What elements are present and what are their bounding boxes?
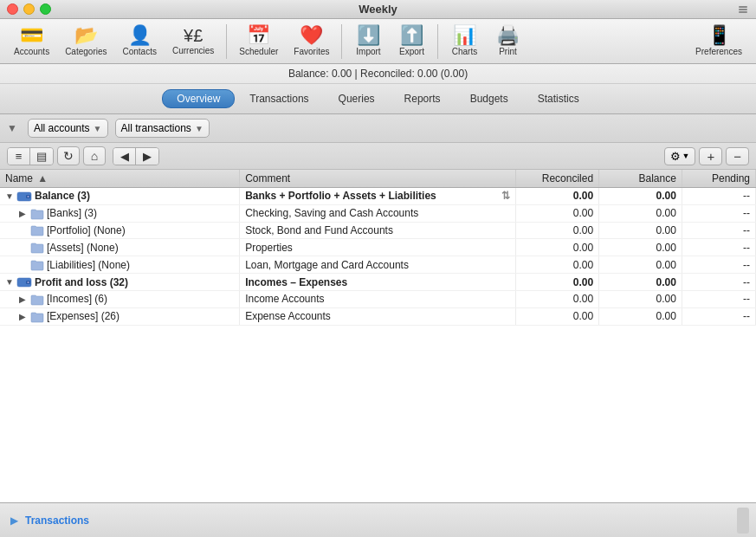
pending-cell: -- xyxy=(682,307,755,325)
accounts-table-area[interactable]: Name ▲ Comment Reconciled Balance Pendin… xyxy=(0,170,756,502)
maximize-button[interactable] xyxy=(40,3,51,15)
tab-overview[interactable]: Overview xyxy=(162,89,235,108)
expand-arrow-icon[interactable]: ▶ xyxy=(19,312,28,321)
refresh-button[interactable]: ↻ xyxy=(57,146,80,165)
tab-queries[interactable]: Queries xyxy=(324,89,390,108)
expand-arrow-icon[interactable]: ▶ xyxy=(19,294,28,304)
table-row[interactable]: ▶[Banks] (3)Checking, Saving and Cash Ac… xyxy=(0,204,756,222)
filter-triangle-icon[interactable]: ▼ xyxy=(7,122,17,134)
row-icon xyxy=(16,190,32,203)
row-name-label: [Portfolio] (None) xyxy=(47,224,126,236)
accounts-filter-dropdown[interactable]: All accounts ▼ xyxy=(28,119,108,138)
pending-cell: -- xyxy=(682,256,755,274)
row-name-label: [Expenses] (26) xyxy=(47,310,120,322)
currencies-button[interactable]: ¥£ Currencies xyxy=(165,23,221,59)
gear-icon: ⚙ xyxy=(670,150,681,163)
expand-arrow-icon[interactable]: ▶ xyxy=(19,209,28,218)
scrollbar[interactable] xyxy=(737,508,749,534)
resize-icon[interactable] xyxy=(737,3,749,16)
comment-sort-icon[interactable]: ⇅ xyxy=(501,190,510,202)
reconciled-column-header[interactable]: Reconciled xyxy=(516,170,599,188)
name-cell[interactable]: ▼Balance (3) xyxy=(0,188,240,205)
remove-button[interactable]: − xyxy=(726,147,749,165)
comment-column-header[interactable]: Comment xyxy=(240,170,516,188)
row-icon xyxy=(30,293,44,306)
comment-cell: Banks + Portfolio + Assets + Liabilities… xyxy=(240,188,516,205)
name-cell[interactable]: ▶[Expenses] (26) xyxy=(0,307,240,325)
categories-label: Categories xyxy=(65,47,107,56)
expand-arrow-icon[interactable]: ▼ xyxy=(5,277,14,287)
comment-header-label: Comment xyxy=(245,172,290,184)
tab-budgets[interactable]: Budgets xyxy=(456,89,523,108)
name-header-label: Name xyxy=(5,172,33,184)
print-button[interactable]: 🖨️ Print xyxy=(487,23,528,60)
favorites-icon: ❤️ xyxy=(300,26,323,45)
import-button[interactable]: ⬇️ Import xyxy=(347,23,389,60)
preferences-icon: 📱 xyxy=(708,26,731,45)
pending-cell: -- xyxy=(682,274,755,291)
minimize-button[interactable] xyxy=(23,3,35,15)
table-row[interactable]: ▼Balance (3)Banks + Portfolio + Assets +… xyxy=(0,188,756,205)
row-name-label: Profit and loss (32) xyxy=(35,276,128,288)
balance-cell: 0.00 xyxy=(599,274,682,291)
table-row[interactable]: ▶[Incomes] (6)Income Accounts0.000.00-- xyxy=(0,290,756,307)
name-cell[interactable]: [Assets] (None) xyxy=(0,239,240,256)
row-icon xyxy=(30,241,44,254)
home-button[interactable]: ⌂ xyxy=(83,146,106,165)
table-row[interactable]: ▶[Expenses] (26)Expense Accounts0.000.00… xyxy=(0,307,756,325)
expand-transactions-icon[interactable]: ▶ xyxy=(10,514,18,527)
comment-cell: Loan, Mortgage and Card Accounts xyxy=(240,256,516,274)
window-title: Weekly xyxy=(359,3,397,16)
reconciled-cell: 0.00 xyxy=(516,274,599,291)
transactions-filter-dropdown[interactable]: All transactions ▼ xyxy=(115,119,210,138)
charts-button[interactable]: 📊 Charts xyxy=(443,23,485,60)
export-button[interactable]: ⬆️ Export xyxy=(391,23,432,60)
name-column-header[interactable]: Name ▲ xyxy=(0,170,240,188)
scheduler-button[interactable]: 📅 Scheduler xyxy=(232,23,285,60)
name-cell[interactable]: ▼Profit and loss (32) xyxy=(0,274,240,291)
scheduler-icon: 📅 xyxy=(247,26,270,45)
tab-statistics[interactable]: Statistics xyxy=(523,89,594,108)
name-cell[interactable]: [Portfolio] (None) xyxy=(0,222,240,239)
accounts-table: Name ▲ Comment Reconciled Balance Pendin… xyxy=(0,170,756,326)
comment-cell: Checking, Saving and Cash Accounts xyxy=(240,204,516,222)
comment-cell: Properties xyxy=(240,239,516,256)
contacts-button[interactable]: 👤 Contacts xyxy=(116,23,164,60)
close-button[interactable] xyxy=(7,3,18,15)
preferences-button[interactable]: 📱 Preferences xyxy=(688,23,749,60)
export-icon: ⬆️ xyxy=(400,26,423,45)
charts-icon: 📊 xyxy=(453,26,476,45)
back-button[interactable]: ◀ xyxy=(113,148,136,165)
name-cell[interactable]: [Liabilities] (None) xyxy=(0,256,240,274)
reconciled-cell: 0.00 xyxy=(516,307,599,325)
accounts-filter-arrow-icon: ▼ xyxy=(94,124,102,133)
pending-column-header[interactable]: Pending xyxy=(682,170,755,188)
transactions-bottom-title[interactable]: Transactions xyxy=(25,514,89,527)
gear-button[interactable]: ⚙ ▼ xyxy=(664,147,696,165)
reconciled-cell: 0.00 xyxy=(516,188,599,205)
list-view-button[interactable]: ≡ xyxy=(8,148,30,165)
tab-transactions[interactable]: Transactions xyxy=(235,89,323,108)
tab-reports[interactable]: Reports xyxy=(390,89,456,108)
favorites-button[interactable]: ❤️ Favorites xyxy=(287,23,336,60)
filter-bar: ▼ All accounts ▼ All transactions ▼ xyxy=(0,114,756,143)
name-cell[interactable]: ▶[Incomes] (6) xyxy=(0,290,240,307)
expand-arrow-icon[interactable]: ▼ xyxy=(5,191,14,201)
categories-button[interactable]: 📂 Categories xyxy=(58,23,113,60)
balance-column-header[interactable]: Balance xyxy=(599,170,682,188)
detail-view-button[interactable]: ▤ xyxy=(30,148,53,165)
comment-cell: Income Accounts xyxy=(240,290,516,307)
table-row[interactable]: [Liabilities] (None)Loan, Mortgage and C… xyxy=(0,256,756,274)
comment-cell: Stock, Bond and Fund Accounts xyxy=(240,222,516,239)
balance-cell: 0.00 xyxy=(599,290,682,307)
separator-2 xyxy=(341,24,342,59)
add-button[interactable]: + xyxy=(699,147,722,165)
svg-rect-1 xyxy=(739,6,747,8)
table-row[interactable]: [Portfolio] (None)Stock, Bond and Fund A… xyxy=(0,222,756,239)
table-row[interactable]: ▼Profit and loss (32)Incomes – Expenses0… xyxy=(0,274,756,291)
row-name-label: [Incomes] (6) xyxy=(47,293,107,305)
name-cell[interactable]: ▶[Banks] (3) xyxy=(0,204,240,222)
table-row[interactable]: [Assets] (None)Properties0.000.00-- xyxy=(0,239,756,256)
accounts-button[interactable]: 💳 Accounts xyxy=(7,23,56,60)
forward-button[interactable]: ▶ xyxy=(136,148,158,165)
